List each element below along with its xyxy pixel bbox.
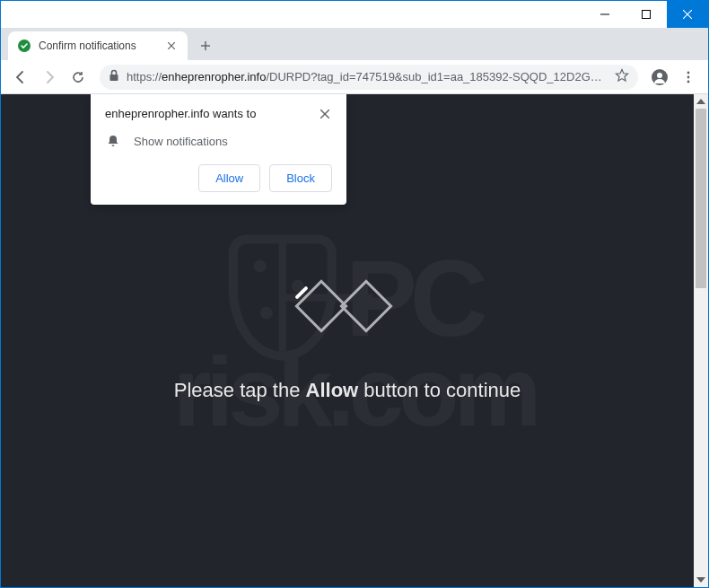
browser-toolbar: https://enheprenropher.info/DURPD?tag_id… <box>1 60 708 94</box>
tab-title: Confirm notifications <box>39 39 157 52</box>
url-scheme: https:// <box>127 70 162 83</box>
browser-window: Confirm notifications https://enheprenro… <box>0 0 709 588</box>
instruction-suffix: button to continue <box>358 379 521 401</box>
bell-icon <box>105 134 121 148</box>
window-title-bar <box>1 1 708 28</box>
tab-favicon-icon <box>17 39 31 53</box>
content-area: Please tap the Allow button to continue … <box>1 94 708 587</box>
scroll-down-arrow-icon[interactable] <box>694 573 708 587</box>
svg-point-13 <box>687 75 690 78</box>
close-icon <box>683 10 692 19</box>
url-text: https://enheprenropher.info/DURPD?tag_id… <box>127 70 608 83</box>
maximize-icon <box>642 10 651 19</box>
reload-button[interactable] <box>66 65 91 90</box>
bookmark-star-icon[interactable] <box>615 68 629 85</box>
scroll-up-arrow-icon[interactable] <box>694 94 708 109</box>
block-button[interactable]: Block <box>269 164 332 192</box>
minimize-icon <box>600 10 609 19</box>
window-maximize-button[interactable] <box>626 1 667 28</box>
arrow-right-icon <box>42 70 57 84</box>
svg-rect-1 <box>643 11 651 19</box>
forward-button[interactable] <box>37 65 62 90</box>
permission-popup-title: enheprenropher.info wants to <box>105 107 256 120</box>
profile-icon <box>651 68 669 86</box>
tab-close-button[interactable] <box>164 39 179 53</box>
svg-rect-9 <box>110 75 118 81</box>
menu-button[interactable] <box>676 65 701 90</box>
vertical-scrollbar[interactable] <box>694 94 708 587</box>
allow-button[interactable]: Allow <box>198 164 260 192</box>
instruction-text: Please tap the Allow button to continue <box>174 379 521 402</box>
svg-point-12 <box>687 71 690 74</box>
close-icon <box>320 110 329 118</box>
plus-icon <box>200 40 211 51</box>
permission-row: Show notifications <box>105 134 332 148</box>
url-host: enheprenropher.info <box>162 70 266 83</box>
address-bar[interactable]: https://enheprenropher.info/DURPD?tag_id… <box>100 65 638 90</box>
profile-button[interactable] <box>647 65 672 90</box>
instruction-prefix: Please tap the <box>174 379 306 401</box>
loader-animation <box>293 280 401 334</box>
url-path: /DURPD?tag_id=747519&sub_id1=aa_185392-S… <box>266 70 608 83</box>
permission-label: Show notifications <box>134 135 228 148</box>
browser-tab[interactable]: Confirm notifications <box>8 31 188 60</box>
back-button[interactable] <box>8 65 33 90</box>
arrow-left-icon <box>13 70 28 84</box>
close-icon <box>168 42 175 49</box>
window-minimize-button[interactable] <box>584 1 626 28</box>
lock-icon <box>109 69 119 84</box>
new-tab-button[interactable] <box>193 33 218 58</box>
kebab-menu-icon <box>682 71 695 83</box>
window-close-button[interactable] <box>667 1 708 28</box>
svg-point-14 <box>687 80 690 83</box>
tab-strip: Confirm notifications <box>1 28 708 60</box>
svg-point-11 <box>657 73 662 78</box>
notification-permission-popup: enheprenropher.info wants to Show notifi… <box>91 94 346 205</box>
permission-popup-close-button[interactable] <box>318 107 332 121</box>
scrollbar-thumb[interactable] <box>696 109 706 288</box>
reload-icon <box>71 70 85 84</box>
instruction-bold: Allow <box>306 379 359 401</box>
